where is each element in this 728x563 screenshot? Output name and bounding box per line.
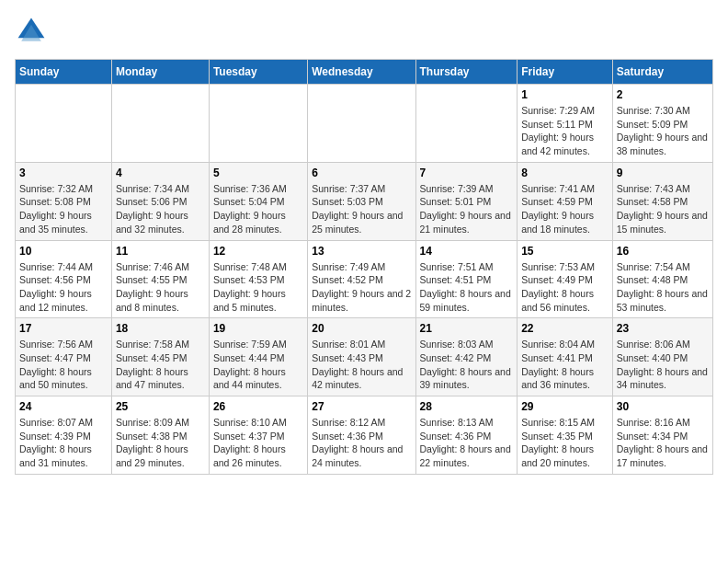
day-info: Sunrise: 7:43 AM Sunset: 4:58 PM Dayligh… <box>617 182 709 236</box>
col-header-tuesday: Tuesday <box>209 60 307 85</box>
calendar-table: SundayMondayTuesdayWednesdayThursdayFrid… <box>15 59 713 475</box>
day-number: 24 <box>19 400 108 413</box>
day-info: Sunrise: 8:06 AM Sunset: 4:40 PM Dayligh… <box>617 338 709 392</box>
day-info: Sunrise: 8:12 AM Sunset: 4:36 PM Dayligh… <box>312 416 411 470</box>
day-info: Sunrise: 8:09 AM Sunset: 4:38 PM Dayligh… <box>116 416 205 470</box>
day-number: 12 <box>213 245 303 258</box>
day-number: 29 <box>521 400 609 413</box>
day-cell: 8Sunrise: 7:41 AM Sunset: 4:59 PM Daylig… <box>518 162 613 240</box>
day-cell: 19Sunrise: 7:59 AM Sunset: 4:44 PM Dayli… <box>209 318 307 396</box>
day-info: Sunrise: 7:49 AM Sunset: 4:52 PM Dayligh… <box>312 260 411 315</box>
week-row-2: 3Sunrise: 7:32 AM Sunset: 5:08 PM Daylig… <box>16 162 713 240</box>
day-number: 2 <box>617 88 709 101</box>
day-info: Sunrise: 8:04 AM Sunset: 4:41 PM Dayligh… <box>521 338 609 392</box>
week-row-4: 17Sunrise: 7:56 AM Sunset: 4:47 PM Dayli… <box>16 318 713 396</box>
day-number: 25 <box>116 400 205 413</box>
week-row-3: 10Sunrise: 7:44 AM Sunset: 4:56 PM Dayli… <box>16 240 713 318</box>
day-number: 7 <box>420 167 514 179</box>
week-row-1: 1Sunrise: 7:29 AM Sunset: 5:11 PM Daylig… <box>16 85 713 163</box>
day-info: Sunrise: 7:41 AM Sunset: 4:59 PM Dayligh… <box>521 182 609 236</box>
day-cell: 27Sunrise: 8:12 AM Sunset: 4:36 PM Dayli… <box>308 396 415 475</box>
day-cell <box>209 85 307 163</box>
day-info: Sunrise: 7:39 AM Sunset: 5:01 PM Dayligh… <box>420 182 514 236</box>
week-row-5: 24Sunrise: 8:07 AM Sunset: 4:39 PM Dayli… <box>16 396 713 475</box>
day-cell: 29Sunrise: 8:15 AM Sunset: 4:35 PM Dayli… <box>518 396 613 475</box>
day-info: Sunrise: 7:58 AM Sunset: 4:45 PM Dayligh… <box>116 338 205 392</box>
col-header-thursday: Thursday <box>415 60 518 85</box>
day-number: 22 <box>521 322 609 335</box>
day-cell: 18Sunrise: 7:58 AM Sunset: 4:45 PM Dayli… <box>111 318 209 396</box>
day-number: 28 <box>420 400 514 413</box>
day-number: 1 <box>521 88 609 101</box>
day-info: Sunrise: 7:56 AM Sunset: 4:47 PM Dayligh… <box>19 338 108 392</box>
day-info: Sunrise: 7:30 AM Sunset: 5:09 PM Dayligh… <box>617 104 709 158</box>
day-info: Sunrise: 7:59 AM Sunset: 4:44 PM Dayligh… <box>213 338 303 392</box>
day-cell: 7Sunrise: 7:39 AM Sunset: 5:01 PM Daylig… <box>415 162 518 240</box>
day-info: Sunrise: 7:36 AM Sunset: 5:04 PM Dayligh… <box>213 182 303 236</box>
day-cell <box>111 85 209 163</box>
logo-icon <box>15 15 48 48</box>
day-number: 14 <box>420 245 514 258</box>
day-cell: 11Sunrise: 7:46 AM Sunset: 4:55 PM Dayli… <box>111 240 209 318</box>
day-cell: 25Sunrise: 8:09 AM Sunset: 4:38 PM Dayli… <box>111 396 209 475</box>
day-number: 23 <box>617 322 709 335</box>
col-header-saturday: Saturday <box>612 60 712 85</box>
day-cell: 23Sunrise: 8:06 AM Sunset: 4:40 PM Dayli… <box>612 318 712 396</box>
col-header-wednesday: Wednesday <box>308 60 415 85</box>
day-number: 3 <box>19 167 108 179</box>
day-cell: 2Sunrise: 7:30 AM Sunset: 5:09 PM Daylig… <box>612 85 712 163</box>
day-number: 20 <box>312 322 411 335</box>
day-number: 17 <box>19 322 108 335</box>
day-info: Sunrise: 8:07 AM Sunset: 4:39 PM Dayligh… <box>19 416 108 470</box>
day-info: Sunrise: 8:03 AM Sunset: 4:42 PM Dayligh… <box>420 338 514 392</box>
day-number: 11 <box>116 245 205 258</box>
day-cell: 16Sunrise: 7:54 AM Sunset: 4:48 PM Dayli… <box>612 240 712 318</box>
day-number: 5 <box>213 167 303 179</box>
day-number: 6 <box>312 167 411 179</box>
day-info: Sunrise: 8:10 AM Sunset: 4:37 PM Dayligh… <box>213 416 303 470</box>
header <box>15 15 713 48</box>
day-cell: 21Sunrise: 8:03 AM Sunset: 4:42 PM Dayli… <box>415 318 518 396</box>
col-header-friday: Friday <box>518 60 613 85</box>
day-number: 15 <box>521 245 609 258</box>
day-cell: 9Sunrise: 7:43 AM Sunset: 4:58 PM Daylig… <box>612 162 712 240</box>
day-cell: 13Sunrise: 7:49 AM Sunset: 4:52 PM Dayli… <box>308 240 415 318</box>
day-number: 16 <box>617 245 709 258</box>
day-cell: 15Sunrise: 7:53 AM Sunset: 4:49 PM Dayli… <box>518 240 613 318</box>
day-cell: 6Sunrise: 7:37 AM Sunset: 5:03 PM Daylig… <box>308 162 415 240</box>
day-info: Sunrise: 8:15 AM Sunset: 4:35 PM Dayligh… <box>521 416 609 470</box>
day-cell <box>308 85 415 163</box>
day-cell: 22Sunrise: 8:04 AM Sunset: 4:41 PM Dayli… <box>518 318 613 396</box>
day-info: Sunrise: 7:53 AM Sunset: 4:49 PM Dayligh… <box>521 260 609 315</box>
day-cell: 10Sunrise: 7:44 AM Sunset: 4:56 PM Dayli… <box>16 240 112 318</box>
day-number: 10 <box>19 245 108 258</box>
day-info: Sunrise: 7:37 AM Sunset: 5:03 PM Dayligh… <box>312 182 411 236</box>
day-info: Sunrise: 7:46 AM Sunset: 4:55 PM Dayligh… <box>116 260 205 315</box>
day-info: Sunrise: 7:32 AM Sunset: 5:08 PM Dayligh… <box>19 182 108 236</box>
day-number: 21 <box>420 322 514 335</box>
day-number: 19 <box>213 322 303 335</box>
day-number: 8 <box>521 167 609 179</box>
day-cell: 17Sunrise: 7:56 AM Sunset: 4:47 PM Dayli… <box>16 318 112 396</box>
day-cell: 12Sunrise: 7:48 AM Sunset: 4:53 PM Dayli… <box>209 240 307 318</box>
day-info: Sunrise: 8:16 AM Sunset: 4:34 PM Dayligh… <box>617 416 709 470</box>
logo <box>15 15 51 48</box>
day-cell: 24Sunrise: 8:07 AM Sunset: 4:39 PM Dayli… <box>16 396 112 475</box>
day-info: Sunrise: 7:29 AM Sunset: 5:11 PM Dayligh… <box>521 104 609 158</box>
day-info: Sunrise: 8:13 AM Sunset: 4:36 PM Dayligh… <box>420 416 514 470</box>
day-cell: 26Sunrise: 8:10 AM Sunset: 4:37 PM Dayli… <box>209 396 307 475</box>
day-cell: 30Sunrise: 8:16 AM Sunset: 4:34 PM Dayli… <box>612 396 712 475</box>
day-number: 27 <box>312 400 411 413</box>
day-cell: 4Sunrise: 7:34 AM Sunset: 5:06 PM Daylig… <box>111 162 209 240</box>
day-info: Sunrise: 7:34 AM Sunset: 5:06 PM Dayligh… <box>116 182 205 236</box>
day-info: Sunrise: 7:54 AM Sunset: 4:48 PM Dayligh… <box>617 260 709 315</box>
day-number: 18 <box>116 322 205 335</box>
day-cell: 20Sunrise: 8:01 AM Sunset: 4:43 PM Dayli… <box>308 318 415 396</box>
day-cell: 28Sunrise: 8:13 AM Sunset: 4:36 PM Dayli… <box>415 396 518 475</box>
day-number: 30 <box>617 400 709 413</box>
day-cell: 1Sunrise: 7:29 AM Sunset: 5:11 PM Daylig… <box>518 85 613 163</box>
col-header-sunday: Sunday <box>16 60 112 85</box>
day-cell <box>415 85 518 163</box>
day-cell <box>16 85 112 163</box>
day-info: Sunrise: 7:51 AM Sunset: 4:51 PM Dayligh… <box>420 260 514 315</box>
